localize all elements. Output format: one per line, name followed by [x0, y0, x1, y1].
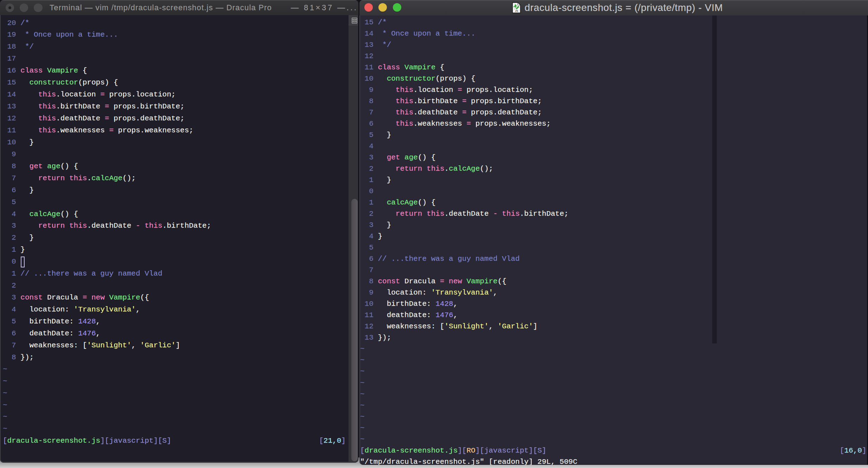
- svg-text:JS: JS: [515, 9, 518, 13]
